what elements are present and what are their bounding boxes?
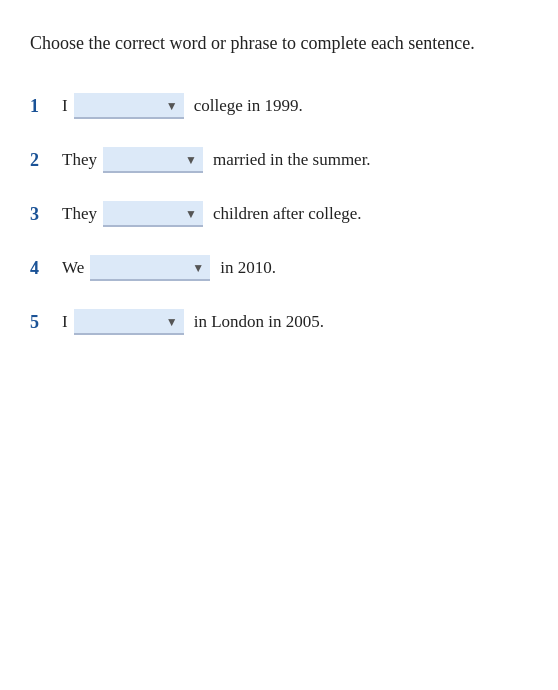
sentence-pre-word: We (62, 258, 84, 278)
sentence-pre-word: I (62, 312, 68, 332)
sentence-post-text: children after college. (213, 204, 362, 224)
sentence-post-text: married in the summer. (213, 150, 371, 170)
dropdown-wrapper: livedstayedworkedstudied▼ (74, 309, 184, 335)
instructions-text: Choose the correct word or phrase to com… (30, 30, 528, 57)
sentence-pre-word: I (62, 96, 68, 116)
dropdown-wrapper: startedleftwent tofinished▼ (74, 93, 184, 119)
sentence-item: 3Theyhadgotraisedwanted▼children after c… (30, 201, 528, 227)
sentence-number: 3 (30, 204, 52, 225)
sentence-pre-word: They (62, 150, 97, 170)
sentence-item: 1Istartedleftwent tofinished▼college in … (30, 93, 528, 119)
sentence-item: 5Ilivedstayedworkedstudied▼in London in … (30, 309, 528, 335)
sentence-5-dropdown[interactable]: livedstayedworkedstudied (74, 309, 184, 335)
sentence-number: 5 (30, 312, 52, 333)
sentence-number: 4 (30, 258, 52, 279)
sentence-post-text: in 2010. (220, 258, 276, 278)
sentence-number: 2 (30, 150, 52, 171)
sentence-post-text: in London in 2005. (194, 312, 324, 332)
sentence-pre-word: They (62, 204, 97, 224)
sentence-list: 1Istartedleftwent tofinished▼college in … (30, 93, 528, 335)
dropdown-wrapper: gotwerebecamehad▼ (103, 147, 203, 173)
sentence-number: 1 (30, 96, 52, 117)
dropdown-wrapper: hadgotraisedwanted▼ (103, 201, 203, 227)
sentence-4-dropdown[interactable]: movedarrivedsettledleft (90, 255, 210, 281)
sentence-item: 2Theygotwerebecamehad▼married in the sum… (30, 147, 528, 173)
sentence-3-dropdown[interactable]: hadgotraisedwanted (103, 201, 203, 227)
sentence-1-dropdown[interactable]: startedleftwent tofinished (74, 93, 184, 119)
sentence-post-text: college in 1999. (194, 96, 303, 116)
dropdown-wrapper: movedarrivedsettledleft▼ (90, 255, 210, 281)
sentence-2-dropdown[interactable]: gotwerebecamehad (103, 147, 203, 173)
sentence-item: 4Wemovedarrivedsettledleft▼in 2010. (30, 255, 528, 281)
